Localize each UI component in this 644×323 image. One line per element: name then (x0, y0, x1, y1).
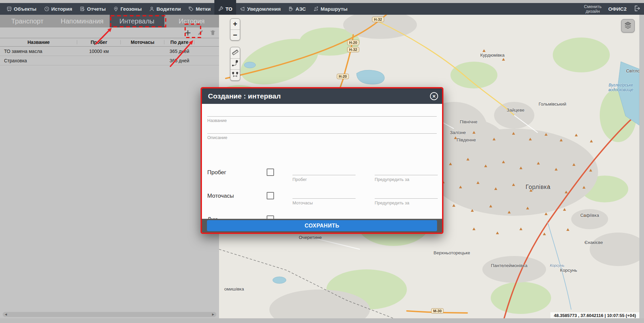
ruler-icon (231, 49, 239, 57)
create-interval-dialog: Создание : интервал ✕ Название Описание … (201, 87, 443, 234)
map-layers-button[interactable] (621, 19, 635, 33)
panel-tabs: ТранспортНапоминанияИнтервалыИстория (0, 15, 219, 27)
intervals-toolbar: + (184, 28, 217, 38)
cell-date: 365 дней (164, 58, 195, 63)
nav-item-объекты[interactable]: Объекты (3, 3, 40, 15)
right-edge-strip (639, 15, 644, 318)
value-input[interactable]: Моточасы (292, 197, 356, 205)
tab-интервалы[interactable]: Интервалы (110, 15, 164, 27)
zoom-out-button[interactable]: − (230, 29, 240, 40)
table-row[interactable]: Страховка365 дней (0, 56, 219, 65)
dialog-header: Создание : интервал ✕ (202, 88, 442, 104)
cell-name: Страховка (0, 58, 77, 63)
edit-interval-button[interactable] (196, 29, 204, 38)
nav-item-отчеты[interactable]: Отчеты (76, 3, 109, 15)
description-input[interactable] (207, 124, 437, 134)
wrench-icon (218, 6, 224, 12)
app-screen: ОбъектыИсторияОтчетыГеозоныВодителиМетки… (0, 0, 644, 323)
clock-icon (44, 6, 50, 12)
dialog-body: Название Описание ПробегПробегПредупреди… (202, 104, 442, 219)
save-button[interactable]: СОХРАНИТЬ (207, 220, 437, 231)
change-design-button[interactable]: Сменитьдизайн (584, 4, 602, 14)
warn-hint: Предупредить за (375, 177, 438, 182)
nav-item-маршруты[interactable]: Маршруты (310, 3, 351, 15)
logout-icon (633, 5, 641, 13)
пробег-checkbox[interactable] (267, 169, 274, 176)
bottom-edge-strip (0, 318, 644, 323)
value-hint: Моточасы (292, 200, 356, 205)
row-label: Пробег (207, 169, 226, 176)
warn-hint: Предупредить за (375, 200, 438, 205)
route-icon (313, 6, 319, 12)
cell-date: 365 дней (164, 49, 195, 54)
name-field: Название (207, 107, 437, 123)
measure-route-button[interactable] (230, 58, 240, 69)
top-nav-items: ОбъектыИсторияОтчетыГеозоныВодителиМетки… (3, 3, 351, 15)
value-hint: Пробег (292, 177, 356, 182)
scroll-right-icon[interactable]: ► (211, 312, 215, 317)
two-points-icon (231, 71, 239, 79)
fuel-icon (288, 6, 294, 12)
notification-icon (240, 6, 246, 12)
nav-item-уведомления[interactable]: Уведомления (236, 3, 284, 15)
trash-icon (209, 29, 216, 38)
logout-button[interactable] (633, 5, 641, 13)
моточасы-checkbox[interactable] (267, 192, 274, 199)
map-status-coordinates: 48.3585773 , 37.6042116 | 10:07:55 (+04) (550, 312, 639, 318)
tab-история[interactable]: История (164, 15, 219, 27)
top-nav-right: Сменитьдизайн ОФИС2 (584, 3, 641, 15)
nav-item-азс[interactable]: АЗС (284, 3, 310, 15)
column-header: Название (0, 40, 77, 45)
table-header: НазваниеПробегМоточасыПо дате (0, 38, 219, 47)
description-field-label: Описание (207, 135, 437, 140)
dialog-close-button[interactable]: ✕ (430, 92, 438, 100)
column-header: По дате (164, 40, 195, 45)
row-label: Моточасы (207, 193, 234, 199)
column-header: Пробег (77, 40, 121, 45)
layers-icon (624, 21, 632, 31)
route-measure-icon (231, 60, 239, 68)
nav-item-метки[interactable]: Метки (184, 3, 214, 15)
tab-напоминания[interactable]: Напоминания (55, 15, 109, 27)
name-field-label: Название (207, 118, 437, 123)
intervals-table: НазваниеПробегМоточасыПо дате ТО замена … (0, 38, 219, 65)
driver-icon (149, 6, 155, 12)
measure-ruler-button[interactable] (230, 47, 240, 58)
warn-input[interactable]: Предупредить за (375, 174, 438, 182)
report-icon (79, 6, 85, 12)
value-input[interactable]: Пробег (292, 174, 356, 182)
map-measure-controls (230, 47, 240, 81)
top-strip (0, 0, 644, 3)
map-zoom-control: + − (230, 18, 240, 41)
tag-icon (188, 6, 194, 12)
nav-item-геозоны[interactable]: Геозоны (109, 3, 145, 15)
dialog-footer: СОХРАНИТЬ (202, 219, 442, 233)
cell-mileage: 10000 км (77, 49, 121, 54)
measure-distance-button[interactable] (230, 69, 240, 80)
warn-input[interactable]: Предупредить за (375, 197, 438, 205)
pencil-icon (197, 29, 204, 38)
table-body: ТО замена масла10000 км365 днейСтраховка… (0, 47, 219, 65)
bus-icon (6, 6, 12, 12)
zoom-in-button[interactable]: + (230, 19, 240, 29)
cell-name: ТО замена масла (0, 49, 77, 54)
nav-item-водители[interactable]: Водители (145, 3, 184, 15)
tab-транспорт[interactable]: Транспорт (0, 15, 55, 27)
dialog-title: Создание : интервал (202, 92, 281, 100)
table-row[interactable]: ТО замена масла10000 км365 дней (0, 47, 219, 56)
user-account-button[interactable]: ОФИС2 (608, 6, 627, 12)
column-header: Моточасы (121, 40, 164, 45)
nav-item-то[interactable]: ТО (214, 3, 236, 15)
scroll-left-icon[interactable]: ◄ (4, 312, 8, 317)
add-interval-button[interactable]: + (184, 29, 192, 38)
horizontal-scrollbar[interactable]: ◄ ► (3, 312, 216, 317)
geofence-icon (113, 6, 119, 12)
nav-item-история[interactable]: История (40, 3, 76, 15)
name-input[interactable] (207, 107, 437, 117)
delete-interval-button[interactable] (209, 29, 217, 38)
description-field: Описание (207, 124, 437, 140)
left-panel: + НазваниеПробегМоточасыПо дате ТО замен… (0, 27, 219, 318)
